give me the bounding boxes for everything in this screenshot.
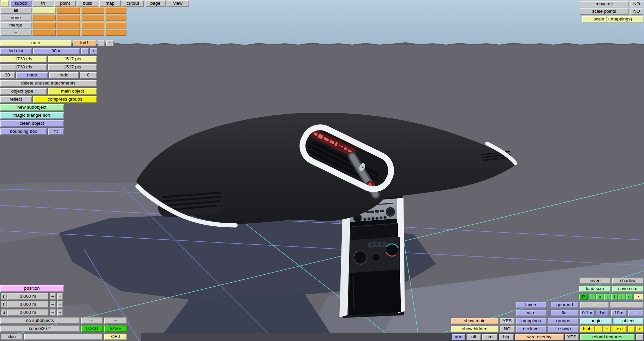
grid-10m-button[interactable]: 10m	[611, 310, 627, 316]
axis-r-minus-button[interactable]: –	[50, 293, 56, 300]
text-minus-button[interactable]: –	[628, 326, 635, 332]
groups-button[interactable]: groups	[548, 318, 579, 324]
save-button[interactable]: SAVE	[104, 326, 127, 332]
lod-dist-plus-button[interactable]: +	[90, 48, 97, 54]
show-main-state[interactable]: YES	[500, 318, 515, 324]
bounding-box-fit-button[interactable]: fit	[48, 128, 64, 135]
tab-build[interactable]: build	[77, 0, 98, 7]
undo-button[interactable]: undo	[16, 72, 48, 78]
subob-grid-cell[interactable]	[57, 22, 80, 29]
reload-dash-button[interactable]: –	[636, 334, 643, 340]
view-p-button[interactable]: P	[579, 294, 588, 300]
tab-cutout[interactable]: cutout	[122, 0, 144, 7]
subob-grid-cell[interactable]	[57, 15, 80, 21]
subob-grid-cell[interactable]	[105, 22, 126, 29]
load-button[interactable]: LOAD	[81, 326, 103, 332]
wire-overlay-state[interactable]: YES	[565, 334, 579, 340]
select-dash-button[interactable]: –	[0, 30, 32, 36]
subob-grid-cell[interactable]	[105, 7, 126, 14]
view-dot-button[interactable]: •	[634, 294, 643, 300]
obj-export-button[interactable]: OBJ	[104, 334, 127, 340]
save-scm-button[interactable]: save scm	[612, 286, 643, 292]
axis-f-minus-button[interactable]: –	[50, 301, 56, 308]
tab-subob[interactable]: subob	[10, 0, 32, 7]
subobject-prev-button[interactable]: –	[81, 318, 103, 324]
view-l-button[interactable]: l	[611, 294, 618, 300]
redo-button[interactable]: redo	[49, 72, 78, 78]
grid-1m-button[interactable]: 1m	[596, 310, 609, 316]
grid-dash-button[interactable]: –	[628, 310, 643, 316]
nrm-off-button[interactable]: off	[467, 334, 481, 340]
gouraud-button[interactable]: gouraud	[551, 302, 579, 308]
origin-button[interactable]: origin	[580, 318, 612, 324]
wire-overlay-button[interactable]: wire overlay	[515, 334, 564, 340]
lod-dist-minus-button[interactable]: –	[81, 48, 89, 54]
scale-points-button[interactable]: scale points	[580, 8, 629, 15]
merge-button[interactable]: merge	[0, 22, 32, 29]
bounding-box-button[interactable]: bounding box	[0, 128, 47, 135]
subob-grid-cell[interactable]	[105, 30, 126, 36]
subob-grid-cell[interactable]	[81, 22, 104, 29]
compress-groups-button[interactable]: compress groups	[33, 96, 97, 103]
delete-unused-attachments-button[interactable]: delete unused attachments	[0, 80, 97, 87]
tab-h[interactable]: H	[1, 0, 9, 7]
view-t-button[interactable]: t	[619, 294, 626, 300]
subob-grid-cell[interactable]	[57, 30, 80, 36]
select-none-button[interactable]: none	[0, 15, 32, 21]
tab-tri[interactable]: tri	[33, 0, 53, 7]
show-main-button[interactable]: show main	[451, 318, 498, 324]
scale-points-state[interactable]: NO	[630, 8, 643, 15]
subob-grid-cell[interactable]	[81, 30, 104, 36]
subob-grid-cell[interactable]	[105, 15, 126, 21]
new-subobject-button[interactable]: new subobject	[0, 104, 64, 111]
lod-level-button[interactable]: lod1	[73, 40, 96, 46]
object-name-field[interactable]: konsol207*	[0, 326, 80, 332]
load-scm-button[interactable]: load scm	[579, 286, 611, 292]
axis-u-minus-button[interactable]: –	[50, 309, 56, 316]
tab-view[interactable]: view	[167, 0, 189, 7]
clean-object-button[interactable]: clean object	[0, 120, 64, 127]
skin-value-field[interactable]	[24, 334, 102, 340]
lod-minus-button[interactable]: –	[98, 40, 105, 46]
move-all-button[interactable]: move all	[580, 1, 629, 7]
subob-grid-cell[interactable]	[33, 30, 56, 36]
invert-button[interactable]: invert	[580, 278, 611, 284]
tab-map[interactable]: map	[99, 0, 121, 7]
lr-swap-button[interactable]: l.r.swap	[548, 326, 579, 332]
magic-triangle-sort-button[interactable]: magic triangle sort	[0, 112, 64, 119]
text-button[interactable]: text	[611, 326, 627, 332]
subob-grid-cell[interactable]	[81, 7, 104, 14]
tab-page[interactable]: page	[145, 0, 166, 7]
subob-grid-cell[interactable]	[33, 15, 56, 21]
move-all-state[interactable]: NO	[630, 1, 643, 7]
mappings-button[interactable]: mappings	[516, 318, 546, 324]
show-hidden-button[interactable]: show hidden	[451, 326, 498, 332]
subob-grid-cell[interactable]	[57, 7, 80, 14]
blob-plus-button[interactable]: +	[603, 326, 610, 332]
subob-grid-cell[interactable]	[81, 15, 104, 21]
grid-0-1m-button[interactable]: 0.1m	[580, 310, 594, 316]
tab-point[interactable]: point	[54, 0, 76, 7]
nc-level-button[interactable]: n.c.level	[516, 326, 546, 332]
axis-u-plus-button[interactable]: +	[57, 309, 63, 316]
nrm-button[interactable]: nrm	[452, 334, 465, 340]
blob-minus-button[interactable]: –	[595, 326, 602, 332]
nrm-big-button[interactable]: big	[499, 334, 514, 340]
lod-auto-button[interactable]: auto	[0, 40, 71, 46]
subobject-next-button[interactable]: –	[104, 318, 127, 324]
view-b-button[interactable]: b	[596, 294, 603, 300]
scale-mappings-button[interactable]: scale (+ mappings)	[582, 16, 643, 22]
text-plus-button[interactable]: +	[636, 326, 643, 332]
flat-button[interactable]: flat	[551, 310, 579, 316]
view-r-button[interactable]: r	[604, 294, 610, 300]
lod-plus-button[interactable]: +	[106, 40, 114, 46]
show-hidden-state[interactable]: NO	[500, 326, 515, 332]
reload-textures-button[interactable]: reload textures	[580, 334, 635, 340]
view-u-button[interactable]: u	[626, 294, 633, 300]
axis-f-plus-button[interactable]: +	[57, 301, 63, 308]
layer-dash-button-1[interactable]: –	[580, 302, 609, 308]
wire-button[interactable]: wire	[516, 310, 547, 316]
subob-grid-cell-active[interactable]	[33, 7, 56, 14]
shadow-button[interactable]: shadow	[612, 278, 643, 284]
subob-grid-cell[interactable]	[33, 22, 56, 29]
